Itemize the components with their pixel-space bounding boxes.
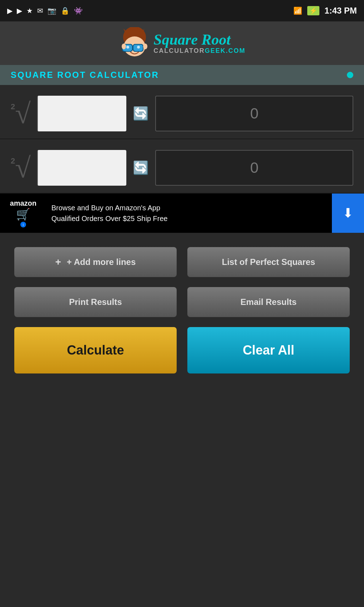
calc-input-2[interactable] [37, 150, 126, 186]
list-of-perfect-squares-button[interactable]: List of Perfect Squares [187, 247, 350, 277]
title-bar: SQUARE ROOT CALCULATOR [0, 65, 364, 85]
button-row-1: + + Add more lines List of Perfect Squar… [14, 247, 350, 277]
sqrt-symbol-1: 2 √ [11, 101, 31, 126]
exponent-1: 2 [11, 102, 15, 111]
ad-banner[interactable]: amazon 🛒 i Browse and Buy on Amazon's Ap… [0, 194, 364, 233]
calc-input-1[interactable] [37, 96, 126, 131]
mail-icon: ✉ [37, 6, 43, 15]
play-icon-2: ▶ [17, 6, 22, 15]
button-row-3: Calculate Clear All [14, 327, 350, 373]
calc-result-1: 0 [155, 96, 353, 131]
mascot-logo [118, 27, 147, 59]
info-icon: i [20, 222, 26, 227]
time-display: 1:43 PM [324, 6, 357, 16]
lock-icon: 🔒 [61, 6, 70, 15]
exponent-2: 2 [11, 156, 15, 166]
camera-icon: 📷 [47, 6, 56, 15]
status-right: 📶 ⚡ 1:43 PM [293, 6, 357, 16]
calculate-button[interactable]: Calculate [14, 327, 177, 373]
refresh-icon-2[interactable]: 🔄 [133, 160, 149, 175]
refresh-icon-1[interactable]: 🔄 [133, 106, 149, 121]
cart-icon: 🛒 [16, 207, 30, 221]
wifi-icon: 📶 [293, 6, 302, 15]
title-bar-dot [347, 72, 353, 78]
title-bar-text: SQUARE ROOT CALCULATOR [11, 70, 159, 80]
star-icon: ★ [26, 6, 33, 15]
svg-point-11 [126, 46, 129, 49]
calc-row-1: 2 √ 🔄 0 [0, 85, 364, 139]
battery-icon: ⚡ [307, 6, 319, 15]
svg-point-12 [137, 46, 140, 49]
logo-text: Square Root CalculatorGEEK.com [153, 32, 245, 55]
svg-point-14 [143, 44, 147, 49]
download-icon: ⬇ [343, 206, 353, 221]
ad-text: Browse and Buy on Amazon's App Qualified… [46, 199, 332, 227]
svg-point-13 [122, 44, 126, 49]
ad-download-button[interactable]: ⬇ [332, 194, 364, 233]
print-results-button[interactable]: Print Results [14, 287, 177, 317]
add-more-lines-button[interactable]: + + Add more lines [14, 247, 177, 277]
amazon-text: amazon [10, 199, 36, 207]
status-bar: ▶ ▶ ★ ✉ 📷 🔒 👾 📶 ⚡ 1:43 PM [0, 0, 364, 21]
alien-icon: 👾 [74, 6, 83, 15]
plus-icon: + [55, 256, 61, 268]
status-icons: ▶ ▶ ★ ✉ 📷 🔒 👾 [7, 6, 83, 15]
app-header: Square Root CalculatorGEEK.com [0, 21, 364, 65]
logo-subtitle: CalculatorGEEK.com [153, 47, 245, 55]
play-icon-1: ▶ [7, 6, 12, 15]
sqrt-symbol-2: 2 √ [11, 155, 31, 181]
calc-result-2: 0 [155, 150, 353, 186]
button-row-2: Print Results Email Results [14, 287, 350, 317]
logo-title: Square Root [153, 32, 245, 47]
clear-all-button[interactable]: Clear All [187, 327, 350, 373]
email-results-button[interactable]: Email Results [187, 287, 350, 317]
calc-row-2: 2 √ 🔄 0 [0, 139, 364, 194]
ad-logo: amazon 🛒 i [0, 196, 46, 231]
buttons-area: + + Add more lines List of Perfect Squar… [0, 233, 364, 391]
